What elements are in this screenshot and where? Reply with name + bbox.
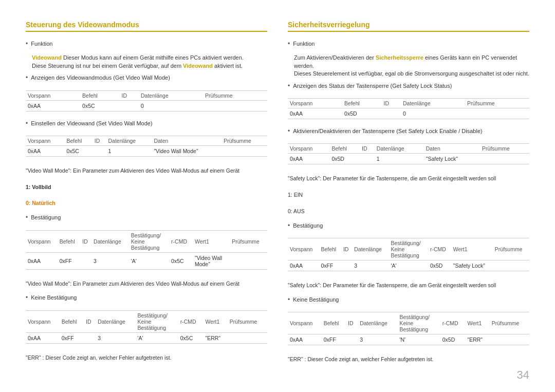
table-row: 0xAA 0xFF 3 'A' 0x5C "ERR" xyxy=(26,332,267,343)
left-keine-label: Keine Bestätigung xyxy=(31,294,77,302)
td-pruefsumme xyxy=(493,260,529,271)
left-table2: Vorspann Befehl ID Datenlänge Daten Prüf… xyxy=(26,136,267,157)
td-pruefsumme xyxy=(490,334,529,345)
td-0xFF: 0xFF xyxy=(60,332,84,343)
right-table3-container: Vorspann Befehl ID Datenlänge Bestätigun… xyxy=(288,238,529,271)
th-vorspann: Vorspann xyxy=(26,310,60,332)
th-best: Bestätigung/KeineBestätigung xyxy=(136,310,178,332)
th-befehl: Befehl xyxy=(342,98,382,108)
th-vorspann: Vorspann xyxy=(288,144,329,154)
td-sl: "Safety Lock" xyxy=(424,154,480,164)
td-0xAA: 0xAA xyxy=(288,154,329,164)
right-aktivieren-bullet: • Aktivieren/Deaktivieren der Tastensper… xyxy=(288,127,529,135)
bullet-dot4: • xyxy=(26,214,28,221)
th-best: Bestätigung/KeineBestätigung xyxy=(388,238,428,260)
td-3: 3 xyxy=(96,332,135,343)
left-funktion-desc: Videowand Dieser Modus kann auf einem Ge… xyxy=(32,54,267,70)
td-err: "ERR" xyxy=(465,334,489,345)
td-1: 1 xyxy=(106,145,152,156)
td-0xAA: 0xAA xyxy=(288,108,342,119)
th-befehl: Befehl xyxy=(64,136,92,145)
th-vorspann: Vorspann xyxy=(26,90,80,100)
th-id: ID xyxy=(341,238,352,260)
th-pruefsumme: Prüfsumme xyxy=(221,136,267,145)
table-row: 0xAA 0xFF 3 'N' 0x5D "ERR" xyxy=(288,334,529,345)
bullet-dot2: • xyxy=(26,74,28,81)
right-table4: Vorspann Befehl ID Datenlänge Bestätigun… xyxy=(288,312,529,345)
left-table4-container: Vorspann Befehl ID Datenlänge Bestätigun… xyxy=(26,310,267,344)
right-title: Sicherheitsverriegelung xyxy=(288,21,529,32)
td-id xyxy=(120,100,139,111)
right-best-bullet: • Bestätigung xyxy=(288,222,529,230)
td-err: "ERR" xyxy=(203,332,227,343)
td-id xyxy=(346,334,358,345)
left-keine-bullet: • Keine Bestätigung xyxy=(26,294,267,302)
right-funktion-label: Funktion xyxy=(293,40,314,48)
th-vorspann: Vorspann xyxy=(288,98,342,108)
th-vorspann: Vorspann xyxy=(26,136,64,145)
td-0: 0 xyxy=(401,108,465,119)
th-pruefsumme: Prüfsumme xyxy=(480,144,529,154)
th-wert1: Wert1 xyxy=(193,230,230,252)
left-vollbild: 1: Vollbild xyxy=(26,183,267,192)
th-best: Bestätigung/KeineBestätigung xyxy=(398,312,440,334)
th-pruefsumme: Prüfsumme xyxy=(203,90,267,100)
right-keine-label: Keine Bestätigung xyxy=(293,296,339,304)
td-0x5D: 0x5D xyxy=(428,260,451,271)
page-number: 34 xyxy=(517,368,529,382)
td-a: 'A' xyxy=(129,252,169,269)
td-3: 3 xyxy=(91,252,129,269)
th-pruefsumme: Prüfsumme xyxy=(490,312,529,334)
right-table3: Vorspann Befehl ID Datenlänge Bestätigun… xyxy=(288,238,529,271)
th-befehl: Befehl xyxy=(319,238,341,260)
right-note1: "Safety Lock": Der Parameter für die Tas… xyxy=(288,175,529,183)
table-row: 0xAA 0xFF 3 'A' 0x5C "Video WallMode" xyxy=(26,252,267,269)
th-datenlaenge: Datenlänge xyxy=(139,90,203,100)
td-pruefsumme xyxy=(230,252,267,269)
th-vorspann: Vorspann xyxy=(288,238,319,260)
td-0x5D: 0x5D xyxy=(342,108,382,119)
td-a: 'A' xyxy=(388,260,428,271)
td-0x5C: 0x5C xyxy=(178,332,203,343)
td-id xyxy=(341,260,352,271)
td-0: 0 xyxy=(139,100,203,111)
td-0xAA: 0xAA xyxy=(288,260,319,271)
th-rcmd: r-CMD xyxy=(440,312,466,334)
bullet-dot5: • xyxy=(26,294,28,301)
videowand-highlight2: Videowand xyxy=(183,63,213,69)
td-id xyxy=(382,108,401,119)
bullet-dot-r2: • xyxy=(288,82,290,89)
td-0x5D: 0x5D xyxy=(329,154,360,164)
right-anzeigen-bullet: • Anzeigen des Status der Tastensperre (… xyxy=(288,82,529,90)
th-wert1: Wert1 xyxy=(451,238,493,260)
th-pruefsumme: Prüfsumme xyxy=(230,230,267,252)
left-table1-container: Vorspann Befehl ID Datenlänge Prüfsumme … xyxy=(26,90,267,111)
th-id: ID xyxy=(382,98,401,108)
right-anzeigen-label: Anzeigen des Status der Tastensperre (Ge… xyxy=(293,82,452,90)
th-pruefsumme: Prüfsumme xyxy=(228,310,267,332)
th-datenlaenge: Datenlänge xyxy=(401,98,465,108)
th-vorspann: Vorspann xyxy=(288,312,322,334)
bullet-dot-r4: • xyxy=(288,222,290,229)
td-0xAA: 0xAA xyxy=(26,100,80,111)
table-row: 0xAA 0x5D 0 xyxy=(288,108,529,119)
sicherheitssperre-highlight: Sicherheitssperre xyxy=(376,54,423,61)
right-table2: Vorspann Befehl ID Datenlänge Daten Prüf… xyxy=(288,143,529,164)
th-rcmd: r-CMD xyxy=(169,230,193,252)
left-title: Steuerung des Videowandmodus xyxy=(26,21,267,32)
th-pruefsumme: Prüfsumme xyxy=(465,98,529,108)
table-row: 0xAA 0x5D 1 "Safety Lock" xyxy=(288,154,529,164)
left-natuerlich: 0: Natürlich xyxy=(26,199,267,208)
td-0x5C: 0x5C xyxy=(64,145,92,156)
right-table2-container: Vorspann Befehl ID Datenlänge Daten Prüf… xyxy=(288,143,529,164)
left-anzeigen-label: Anzeigen des Videowandmodus (Get Video W… xyxy=(31,74,170,82)
th-datenlaenge: Datenlänge xyxy=(375,144,424,154)
left-table3-container: Vorspann Befehl ID Datenlänge Bestätigun… xyxy=(26,230,267,270)
bullet-dot3: • xyxy=(26,120,28,127)
th-wert1: Wert1 xyxy=(203,310,227,332)
td-0xAA: 0xAA xyxy=(26,145,64,156)
td-pruefsumme xyxy=(465,108,529,119)
bullet-dot-r1: • xyxy=(288,40,290,47)
td-0xFF: 0xFF xyxy=(322,334,346,345)
th-pruefsumme: Prüfsumme xyxy=(493,238,529,260)
